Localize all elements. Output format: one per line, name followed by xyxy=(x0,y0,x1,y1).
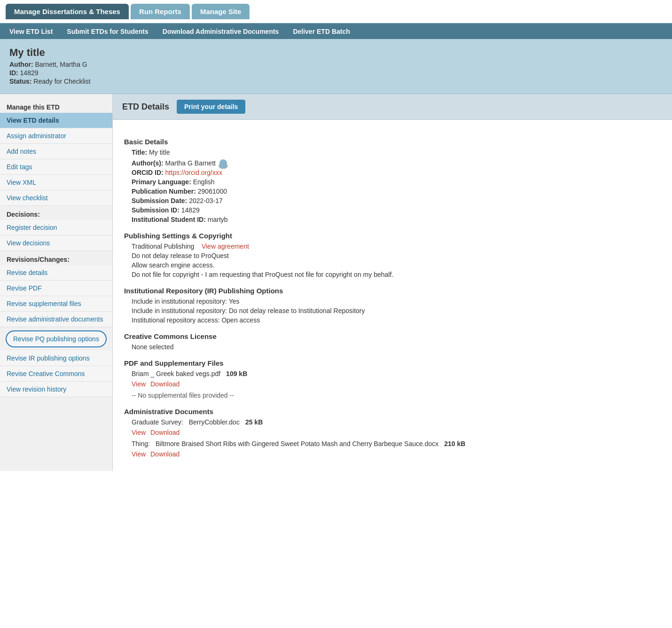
sidebar-assign-administrator[interactable]: Assign administrator xyxy=(0,128,112,144)
detail-sub-id: Submission ID: 14829 xyxy=(132,206,661,214)
pdf-filesize: 109 kB xyxy=(226,370,247,377)
detail-sub-date: Submission Date: 2022-03-17 xyxy=(132,197,661,204)
admin-file1-size: 25 kB xyxy=(245,418,263,426)
admin-file2-size: 210 kB xyxy=(444,440,465,447)
person-icon xyxy=(219,159,227,167)
sub-nav-download-admin[interactable]: Download Administrative Documents xyxy=(163,28,279,35)
view-agreement-link[interactable]: View agreement xyxy=(202,243,249,250)
detail-authors: Author(s): Martha G Barnett xyxy=(132,158,661,167)
ir-title: Institutional Repository (IR) Publishing… xyxy=(124,287,661,295)
admin-file1-links: View Download xyxy=(132,429,661,436)
top-nav: Manage Dissertations & Theses Run Report… xyxy=(0,0,672,24)
publishing-type: Traditional Publishing View agreement xyxy=(132,243,661,250)
sidebar-view-revision-history[interactable]: View revision history xyxy=(0,382,112,397)
sidebar-revise-details[interactable]: Revise details xyxy=(0,265,112,281)
sidebar-view-xml[interactable]: View XML xyxy=(0,175,112,190)
sidebar-edit-tags[interactable]: Edit tags xyxy=(0,159,112,175)
detail-inst-id: Institutional Student ID: martyb xyxy=(132,216,661,223)
sidebar: Manage this ETD View ETD details Assign … xyxy=(0,94,113,471)
sidebar-revise-supplemental[interactable]: Revise supplemental files xyxy=(0,296,112,312)
pdf-filename: Briam _ Greek baked vegs.pdf xyxy=(132,370,220,377)
admin-file2-label: Thing: xyxy=(132,440,150,447)
etd-header: My title Author: Barnett, Martha G ID: 1… xyxy=(0,39,672,94)
admin-docs-title: Administrative Documents xyxy=(124,408,661,416)
sidebar-revise-pq-publishing[interactable]: Revise PQ publishing options xyxy=(6,330,107,347)
sidebar-revise-ir-publishing[interactable]: Revise IR publishing options xyxy=(0,351,112,366)
admin-file2-view[interactable]: View xyxy=(132,450,146,458)
manage-etd-title: Manage this ETD xyxy=(0,99,112,113)
sidebar-revise-creative-commons[interactable]: Revise Creative Commons xyxy=(0,366,112,382)
content-area: ETD Details Print your details Basic Det… xyxy=(113,94,672,471)
nav-manage-site[interactable]: Manage Site xyxy=(192,4,250,19)
detail-language: Primary Language: English xyxy=(132,178,661,186)
sub-nav-submit-etds[interactable]: Submit ETDs for Students xyxy=(67,28,148,35)
sub-nav-view-etd-list[interactable]: View ETD List xyxy=(9,28,53,35)
admin-file2-links: View Download xyxy=(132,450,661,458)
admin-file2-name: Biltmore Braised Short Ribs with Gingere… xyxy=(156,440,438,447)
etd-id: ID: 14829 xyxy=(9,69,663,77)
sub-nav-deliver-etd[interactable]: Deliver ETD Batch xyxy=(293,28,350,35)
orcid-link[interactable]: https://orcid.org/xxx xyxy=(165,169,222,176)
main-layout: Manage this ETD View ETD details Assign … xyxy=(0,94,672,471)
admin-file2-download[interactable]: Download xyxy=(150,450,180,458)
pdf-title: PDF and Supplementary Files xyxy=(124,359,661,367)
publishing-line3: Allow search engine access. xyxy=(132,261,661,269)
revisions-title: Revisions/Changes: xyxy=(0,251,112,265)
print-details-button[interactable]: Print your details xyxy=(177,100,245,114)
etd-status: Status: Ready for Checklist xyxy=(9,78,663,85)
content-title: ETD Details xyxy=(122,102,169,112)
etd-title: My title xyxy=(9,47,663,59)
publishing-line2: Do not delay release to ProQuest xyxy=(132,252,661,259)
decisions-title: Decisions: xyxy=(0,206,112,220)
ir-line1: Include in institutional repository: Yes xyxy=(132,298,661,305)
sidebar-add-notes[interactable]: Add notes xyxy=(0,144,112,159)
cc-title: Creative Commons License xyxy=(124,332,661,340)
pdf-file-row: Briam _ Greek baked vegs.pdf 109 kB xyxy=(132,370,661,377)
sub-nav: View ETD List Submit ETDs for Students D… xyxy=(0,24,672,39)
admin-file1-download[interactable]: Download xyxy=(150,429,180,436)
etd-author: Author: Barnett, Martha G xyxy=(9,61,663,68)
detail-orcid: ORCID ID: https://orcid.org/xxx xyxy=(132,169,661,176)
publishing-title: Publishing Settings & Copyright xyxy=(124,232,661,240)
admin-file1-row: Graduate Survey: BerryCobbler.doc 25 kB xyxy=(132,418,661,426)
content-header: ETD Details Print your details xyxy=(113,94,672,120)
ir-line3: Institutional repository access: Open ac… xyxy=(132,316,661,324)
sidebar-revise-pdf[interactable]: Revise PDF xyxy=(0,281,112,296)
sidebar-revise-admin-docs[interactable]: Revise administrative documents xyxy=(0,312,112,327)
sidebar-view-etd-details[interactable]: View ETD details xyxy=(0,113,112,128)
ir-line2: Include in institutional repository: Do … xyxy=(132,307,661,314)
basic-details-title: Basic Details xyxy=(124,138,661,146)
sidebar-view-decisions[interactable]: View decisions xyxy=(0,236,112,251)
admin-file2-row: Thing: Biltmore Braised Short Ribs with … xyxy=(132,440,661,447)
admin-file1-name: BerryCobbler.doc xyxy=(189,418,240,426)
pdf-file-links: View Download xyxy=(132,380,661,388)
detail-pub-num: Publication Number: 29061000 xyxy=(132,188,661,195)
admin-file1-view[interactable]: View xyxy=(132,429,146,436)
publishing-line4: Do not file for copyright - I am request… xyxy=(132,271,661,278)
cc-value: None selected xyxy=(132,343,661,351)
pdf-download-link[interactable]: Download xyxy=(150,380,180,388)
admin-file1-label: Graduate Survey: xyxy=(132,418,183,426)
nav-manage-dissertations[interactable]: Manage Dissertations & Theses xyxy=(6,4,129,19)
sidebar-register-decision[interactable]: Register decision xyxy=(0,220,112,236)
detail-title: Title: My title xyxy=(132,149,661,156)
pdf-view-link[interactable]: View xyxy=(132,380,146,388)
no-supplemental: -- No supplemental files provided -- xyxy=(132,392,661,399)
nav-run-reports[interactable]: Run Reports xyxy=(131,4,190,19)
sidebar-view-checklist[interactable]: View checklist xyxy=(0,190,112,206)
content-body: Basic Details Title: My title Author(s):… xyxy=(113,120,672,471)
sidebar-revise-pq-wrapper: Revise PQ publishing options xyxy=(0,327,112,351)
